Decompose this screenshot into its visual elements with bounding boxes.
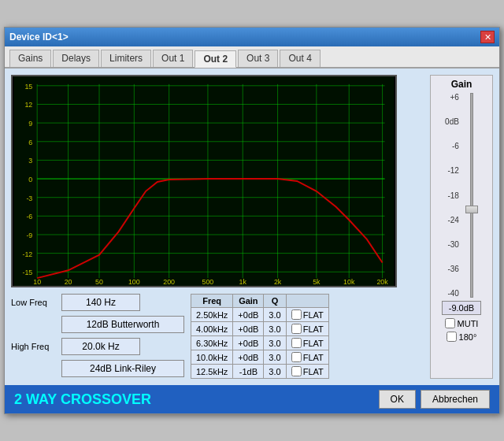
tab-out2[interactable]: Out 2 (195, 50, 236, 68)
eq-q-0: 3.0 (264, 308, 286, 322)
svg-text:20: 20 (65, 278, 72, 286)
eq-flat-0: FLAT (286, 308, 328, 322)
eq-row-0: 2.50kHz +0dB 3.0 FLAT (191, 308, 329, 322)
muti-checkbox[interactable] (445, 318, 455, 328)
muti-label: MUTI (458, 319, 479, 328)
frequency-graph: 15 12 9 6 3 0 -3 -6 -9 -12 -15 10 20 (13, 76, 395, 286)
footer-buttons: OK Abbrechen (379, 390, 490, 409)
gain-scale-n30: -30 (445, 240, 459, 249)
eq-table: Freq Gain Q 2.50kHz +0dB 3. (191, 294, 329, 379)
deg-check-row: 180° (447, 332, 477, 342)
eq-gain-2: +0dB (233, 336, 264, 350)
svg-text:500: 500 (202, 278, 214, 286)
high-filter-row: 24dB Link-Riley (11, 360, 184, 377)
gain-slider-wrapper (464, 93, 480, 298)
svg-text:0: 0 (28, 176, 32, 183)
flat-label-1: FLAT (303, 324, 324, 334)
gain-panel-title: Gain (451, 79, 472, 90)
footer-label: 2 WAY CROSSOVER (14, 391, 151, 408)
left-controls: Low Freq 12dB Butterworth High Freq 24dB… (11, 294, 184, 379)
col-header-flat (286, 295, 328, 308)
col-header-q: Q (264, 295, 286, 308)
gain-scale-n36: -36 (445, 265, 459, 273)
low-freq-row: Low Freq (11, 294, 184, 311)
eq-freq-1: 4.00kHz (191, 322, 233, 336)
high-freq-input[interactable] (61, 338, 140, 355)
eq-gain-3: +0dB (233, 350, 264, 365)
cancel-button[interactable]: Abbrechen (421, 390, 490, 409)
content-area: 15 12 9 6 3 0 -3 -6 -9 -12 -15 10 20 (5, 69, 499, 385)
flat-label-0: FLAT (303, 310, 324, 320)
gain-scale-n24: -24 (445, 216, 459, 224)
eq-gain-0: +0dB (233, 308, 264, 322)
svg-text:-9: -9 (26, 232, 32, 239)
svg-text:20k: 20k (376, 278, 388, 286)
gain-scale-n40: -40 (445, 289, 459, 298)
flat-label-3: FLAT (303, 353, 324, 362)
svg-rect-0 (14, 76, 395, 286)
gain-scale: +6 0dB -6 -12 -18 -24 -30 -36 -40 (443, 93, 461, 298)
eq-q-2: 3.0 (264, 336, 286, 350)
low-filter-row: 12dB Butterworth (11, 316, 184, 333)
flat-check-4[interactable] (291, 366, 302, 376)
svg-text:10k: 10k (343, 278, 355, 286)
low-filter-button[interactable]: 12dB Butterworth (61, 316, 184, 333)
gain-slider-thumb[interactable] (465, 206, 478, 213)
eq-row-2: 6.30kHz +0dB 3.0 FLAT (191, 336, 329, 350)
flat-check-2[interactable] (291, 338, 302, 348)
gain-value-display: -9.0dB (442, 301, 481, 315)
low-freq-input[interactable] (61, 294, 140, 311)
gain-panel: Gain +6 0dB -6 -12 -18 -24 -30 -36 -40 (430, 75, 493, 379)
tab-out1[interactable]: Out 1 (153, 50, 193, 67)
flat-check-3[interactable] (291, 352, 302, 362)
high-filter-button[interactable]: 24dB Link-Riley (61, 360, 184, 377)
deg-checkbox[interactable] (447, 332, 457, 342)
eq-flat-4: FLAT (286, 365, 328, 379)
gain-slider-track (470, 93, 473, 298)
gain-scale-n12: -12 (445, 166, 459, 175)
tab-out4[interactable]: Out 4 (280, 50, 320, 67)
low-freq-label: Low Freq (11, 298, 58, 307)
high-freq-label: High Freq (11, 342, 58, 351)
eq-freq-0: 2.50kHz (191, 308, 233, 322)
svg-text:50: 50 (95, 278, 103, 286)
eq-flat-1: FLAT (286, 322, 328, 336)
svg-text:10: 10 (33, 278, 41, 286)
flat-check-0[interactable] (291, 309, 302, 320)
eq-q-3: 3.0 (264, 350, 286, 365)
eq-q-4: 3.0 (264, 365, 286, 379)
flat-label-2: FLAT (303, 339, 324, 348)
eq-gain-4: -1dB (233, 365, 264, 379)
gain-scale-n6: -6 (445, 142, 459, 150)
eq-gain-1: +0dB (233, 322, 264, 336)
eq-flat-2: FLAT (286, 336, 328, 350)
eq-row-1: 4.00kHz +0dB 3.0 FLAT (191, 322, 329, 336)
footer-bar: 2 WAY CROSSOVER OK Abbrechen (5, 385, 499, 413)
flat-label-4: FLAT (303, 367, 324, 376)
gain-scale-0: 0dB (445, 117, 459, 126)
flat-check-1[interactable] (291, 324, 302, 334)
tab-out3[interactable]: Out 3 (238, 50, 278, 67)
eq-freq-3: 10.0kHz (191, 350, 233, 365)
eq-freq-4: 12.5kHz (191, 365, 233, 379)
svg-text:-3: -3 (26, 195, 32, 202)
ok-button[interactable]: OK (379, 390, 416, 409)
svg-text:6: 6 (28, 139, 32, 146)
tab-delays[interactable]: Delays (53, 50, 99, 67)
svg-text:-12: -12 (22, 250, 32, 258)
high-freq-row: High Freq (11, 338, 184, 355)
tab-limiters[interactable]: Limiters (101, 50, 151, 67)
col-header-freq: Freq (191, 295, 233, 308)
eq-freq-2: 6.30kHz (191, 336, 233, 350)
close-button[interactable]: ✕ (480, 31, 495, 43)
svg-text:200: 200 (163, 278, 175, 286)
gain-scale-6: +6 (445, 93, 459, 102)
gain-scale-n18: -18 (445, 191, 459, 200)
svg-text:-6: -6 (26, 213, 32, 220)
window-title: Device ID<1> (9, 32, 69, 43)
tab-gains[interactable]: Gains (9, 50, 51, 67)
main-area: 15 12 9 6 3 0 -3 -6 -9 -12 -15 10 20 (11, 75, 493, 379)
eq-q-1: 3.0 (264, 322, 286, 336)
controls-area: Low Freq 12dB Butterworth High Freq 24dB… (11, 294, 424, 379)
svg-text:5k: 5k (313, 278, 321, 286)
